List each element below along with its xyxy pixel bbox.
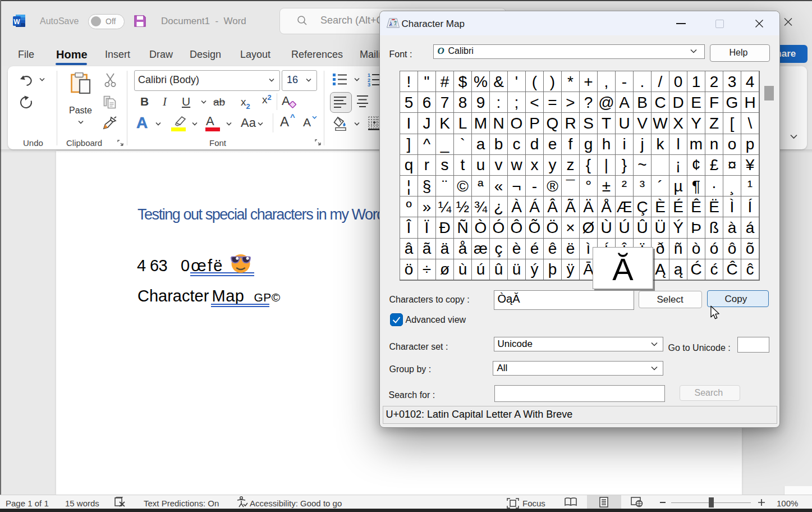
svg-text:λ: λ (389, 20, 392, 27)
svg-text:3: 3 (368, 82, 370, 86)
svg-text:7: 7 (394, 20, 397, 26)
svg-text:W: W (13, 18, 20, 26)
